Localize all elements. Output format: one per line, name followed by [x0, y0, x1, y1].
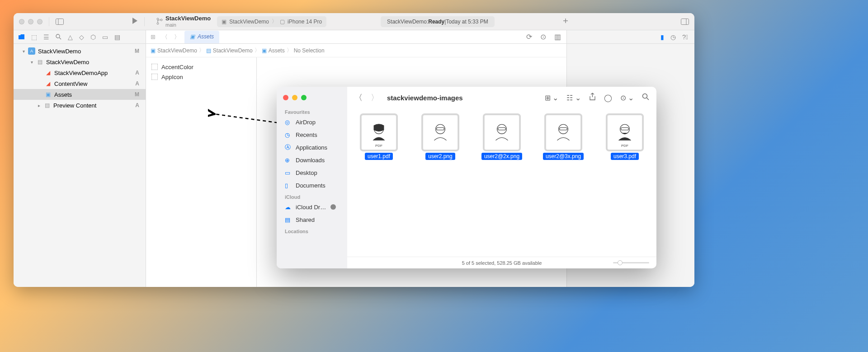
file-label: user3.pdf: [611, 153, 639, 160]
source-control-navigator-icon[interactable]: ⬚: [31, 33, 37, 41]
issue-navigator-icon[interactable]: △: [68, 33, 73, 41]
svg-point-4: [160, 19, 162, 21]
library-button[interactable]: [681, 19, 689, 25]
tree-label: Preview Content: [53, 102, 96, 109]
svg-line-11: [647, 98, 649, 100]
add-tab-button[interactable]: [562, 18, 569, 26]
close-button[interactable]: [283, 95, 288, 100]
sidebar-item-applications[interactable]: ⒶApplications: [277, 141, 347, 154]
asset-accentcolor[interactable]: AccentColor: [151, 62, 251, 72]
disclosure-icon[interactable]: ▾: [31, 60, 36, 65]
help-inspector-icon[interactable]: ?⃝: [682, 33, 688, 41]
file-item[interactable]: user2@3x.png: [542, 115, 585, 160]
desktop-icon: ▭: [285, 169, 292, 176]
sidebar-item-downloads[interactable]: ⊕Downloads: [277, 154, 347, 166]
icon-size-slider[interactable]: [613, 262, 649, 263]
tree-group[interactable]: ▾ ▤ StackViewDemo: [14, 56, 146, 67]
svg-rect-0: [56, 19, 64, 24]
tag-icon[interactable]: ◯: [604, 94, 612, 102]
symbol-navigator-icon[interactable]: ☰: [43, 33, 49, 41]
tab-forward-button[interactable]: 〉: [172, 33, 182, 41]
breadcrumb-item[interactable]: Assets: [269, 47, 285, 54]
file-inspector-icon[interactable]: ▮: [660, 33, 664, 41]
svg-rect-5: [681, 19, 689, 24]
file-item[interactable]: PDF user3.pdf: [603, 115, 646, 160]
sidebar-item-documents[interactable]: ▯Documents: [277, 179, 347, 192]
tree-item-preview[interactable]: ▸ ▤ Preview Content A: [14, 100, 146, 111]
sidebar-item-desktop[interactable]: ▭Desktop: [277, 166, 347, 179]
tree-item-app[interactable]: ◢ StackViewDemoApp A: [14, 67, 146, 78]
group-by-icon[interactable]: ☷ ⌄: [566, 94, 580, 102]
zoom-button[interactable]: [301, 95, 307, 100]
sidebar-item-airdrop[interactable]: ◎AirDrop: [277, 116, 347, 128]
forward-button[interactable]: 〉: [371, 92, 379, 103]
file-grid[interactable]: PDF user1.pdf user2.png user2@2x.png: [347, 108, 656, 257]
svg-point-18: [559, 124, 568, 134]
file-thumbnail: PDF: [361, 115, 396, 150]
svg-point-16: [497, 124, 507, 134]
file-thumbnail: [546, 115, 581, 150]
breadcrumb-item[interactable]: StackViewDemo: [213, 47, 253, 54]
debug-navigator-icon[interactable]: ⬡: [90, 33, 96, 41]
project-navigator-icon[interactable]: [18, 34, 25, 40]
tree-item-contentview[interactable]: ◢ ContentView A: [14, 78, 146, 89]
search-icon[interactable]: [642, 93, 649, 102]
split-editor-icon[interactable]: ▥: [552, 33, 564, 41]
breakpoint-navigator-icon[interactable]: ▭: [102, 33, 108, 41]
asset-list: AccentColor AppIcon: [146, 57, 257, 287]
status-prefix: StackViewDemo:: [387, 19, 428, 25]
file-item[interactable]: user2@2x.png: [480, 115, 524, 160]
download-icon: ⊕: [285, 157, 292, 164]
action-menu-icon[interactable]: ⊙ ⌄: [620, 94, 634, 102]
asset-appicon[interactable]: AppIcon: [151, 72, 251, 82]
report-navigator-icon[interactable]: ▤: [114, 33, 120, 41]
close-button[interactable]: [19, 19, 24, 24]
breadcrumb[interactable]: ▣ StackViewDemo 〉 ▤ StackViewDemo 〉 ▣ As…: [146, 44, 566, 57]
more-icon[interactable]: ⊙: [538, 33, 549, 41]
scheme-device: iPhone 14 Pro: [288, 19, 322, 25]
refresh-icon[interactable]: ⟳: [524, 33, 535, 41]
xcode-titlebar: StackViewDemo main ▣ StackViewDemo 〉 ▢ i…: [14, 13, 694, 30]
tab-assets[interactable]: ▣ Assets: [184, 31, 219, 43]
svg-point-14: [436, 124, 445, 134]
finder-main: 〈 〉 stackviewdemo-images ⊞ ⌄ ☷ ⌄ ◯ ⊙ ⌄ P…: [347, 87, 656, 268]
breadcrumb-item[interactable]: StackViewDemo: [157, 47, 197, 54]
file-label: user1.pdf: [365, 153, 393, 160]
sidebar-item-iclouddrive[interactable]: ☁iCloud Dr…: [277, 201, 347, 213]
test-navigator-icon[interactable]: ◇: [79, 33, 84, 41]
tree-root[interactable]: ▾ A StackViewDemo M: [14, 46, 146, 56]
file-item[interactable]: PDF user1.pdf: [357, 115, 401, 160]
tab-grid-icon[interactable]: ⊞: [149, 33, 157, 40]
scheme-selector[interactable]: ▣ StackViewDemo 〉 ▢ iPhone 14 Pro: [217, 16, 326, 27]
tab-back-button[interactable]: 〈: [160, 33, 170, 41]
svg-point-10: [643, 94, 647, 99]
run-button[interactable]: [132, 17, 138, 26]
branch-icon: [156, 18, 163, 25]
minimize-button[interactable]: [292, 95, 297, 100]
find-navigator-icon[interactable]: [56, 34, 61, 40]
breadcrumb-item: No Selection: [294, 47, 325, 54]
file-thumbnail: [423, 115, 458, 150]
disclosure-icon[interactable]: ▸: [38, 103, 43, 108]
sidebar-item-shared[interactable]: ▤Shared: [277, 213, 347, 226]
file-item[interactable]: user2.png: [419, 115, 462, 160]
scm-badge: M: [135, 91, 139, 98]
sidebar-toggle-icon[interactable]: [56, 19, 64, 25]
color-swatch-icon: [151, 64, 158, 70]
view-icon-mode[interactable]: ⊞ ⌄: [545, 94, 558, 102]
pdf-badge: PDF: [621, 144, 628, 148]
app-icon: ▣: [222, 19, 226, 25]
asset-label: AppIcon: [161, 74, 183, 80]
zoom-button[interactable]: [37, 19, 42, 24]
project-title: StackViewDemo: [165, 15, 211, 22]
branch-info[interactable]: StackViewDemo main: [156, 15, 211, 27]
share-icon[interactable]: [589, 93, 596, 103]
sidebar-item-recents[interactable]: ◷Recents: [277, 128, 347, 141]
back-button[interactable]: 〈: [354, 92, 363, 103]
minimize-button[interactable]: [28, 19, 33, 24]
disclosure-icon[interactable]: ▾: [23, 49, 28, 54]
svg-point-3: [157, 23, 159, 24]
tree-item-assets[interactable]: ▣ Assets M: [14, 89, 146, 100]
editor-tab-bar: ⊞ 〈 〉 ▣ Assets ⟳ ⊙ ▥: [146, 30, 566, 44]
history-inspector-icon[interactable]: ◷: [670, 33, 676, 41]
